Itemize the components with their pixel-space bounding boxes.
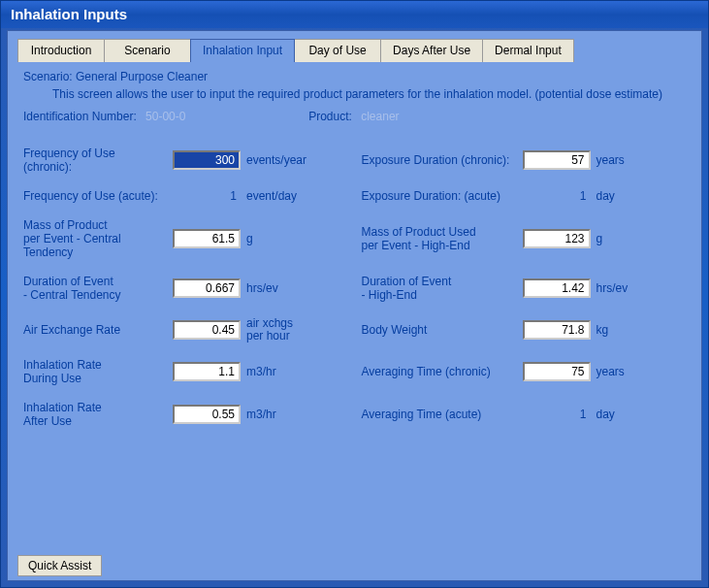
param-averaging-time-chronic: Averaging Time (chronic) years xyxy=(362,358,687,385)
input-inhalation-rate-during[interactable] xyxy=(173,362,241,381)
label-mass-high-end: Mass of Product Used per Event - High-En… xyxy=(362,225,517,252)
tab-strip: Introduction Scenario Inhalation Input D… xyxy=(17,39,692,62)
input-inhalation-rate-after[interactable] xyxy=(173,405,241,424)
input-exposure-duration-chronic[interactable] xyxy=(523,150,591,170)
title-bar: Inhalation Inputs xyxy=(1,1,708,28)
param-air-exchange-rate: Air Exchange Rate air xchgs per hour xyxy=(23,317,348,343)
unit-body-weight: kg xyxy=(596,324,655,337)
unit-frequency-chronic: events/year xyxy=(246,154,306,167)
label-air-exchange-rate: Air Exchange Rate xyxy=(23,323,167,337)
tab-day-of-use[interactable]: Day of Use xyxy=(294,39,381,62)
unit-mass-central: g xyxy=(246,233,305,245)
unit-air-exchange-rate: air xchgs per hour xyxy=(246,317,305,343)
window-root: Inhalation Inputs Introduction Scenario … xyxy=(0,0,709,588)
tab-days-after-use[interactable]: Days After Use xyxy=(380,39,483,62)
param-mass-central: Mass of Product per Event - Central Tend… xyxy=(23,218,348,259)
unit-averaging-time-acute: day xyxy=(596,408,655,421)
unit-inhalation-rate-during: m3/hr xyxy=(246,366,305,378)
input-mass-central[interactable] xyxy=(173,229,241,248)
label-averaging-time-acute: Averaging Time (acute) xyxy=(362,408,517,421)
param-exposure-duration-acute: Exposure Duration: (acute) 1 day xyxy=(362,189,687,203)
value-identification-number: 50-00-0 xyxy=(145,110,185,123)
param-exposure-duration-chronic: Exposure Duration (chronic): years xyxy=(362,147,687,174)
param-frequency-acute: Frequency of Use (acute): 1 event/day xyxy=(23,189,348,203)
unit-averaging-time-chronic: years xyxy=(596,366,655,378)
input-body-weight[interactable] xyxy=(523,320,591,340)
label-body-weight: Body Weight xyxy=(362,323,517,337)
input-averaging-time-chronic[interactable] xyxy=(523,362,591,381)
param-duration-central: Duration of Event - Central Tendency hrs… xyxy=(23,275,348,302)
label-averaging-time-chronic: Averaging Time (chronic) xyxy=(362,365,517,378)
label-duration-central: Duration of Event - Central Tendency xyxy=(23,275,167,302)
tab-dermal-input[interactable]: Dermal Input xyxy=(482,39,574,62)
identification-row: Identification Number: 50-00-0 Product: … xyxy=(23,110,686,123)
content-area: Introduction Scenario Inhalation Input D… xyxy=(7,30,702,581)
unit-exposure-duration-chronic: years xyxy=(596,154,655,167)
label-inhalation-rate-during: Inhalation Rate During Use xyxy=(23,358,167,385)
label-frequency-acute: Frequency of Use (acute): xyxy=(23,189,167,203)
unit-frequency-acute: event/day xyxy=(246,190,305,203)
value-averaging-time-acute: 1 xyxy=(523,408,591,421)
value-exposure-duration-acute: 1 xyxy=(523,189,591,203)
tab-inhalation-input[interactable]: Inhalation Input xyxy=(190,39,295,62)
value-product: cleaner xyxy=(361,110,399,123)
label-inhalation-rate-after: Inhalation Rate After Use xyxy=(23,401,167,428)
param-frequency-chronic: Frequency of Use (chronic): events/year xyxy=(23,147,348,174)
value-frequency-acute: 1 xyxy=(173,189,241,203)
input-duration-high-end[interactable] xyxy=(523,278,591,298)
quick-assist-bar: Quick Assist xyxy=(17,555,102,576)
param-duration-high-end: Duration of Event - High-End hrs/ev xyxy=(362,275,687,302)
label-frequency-chronic: Frequency of Use (chronic): xyxy=(23,147,167,174)
label-exposure-duration-chronic: Exposure Duration (chronic): xyxy=(362,153,517,167)
param-body-weight: Body Weight kg xyxy=(362,317,687,343)
quick-assist-button[interactable]: Quick Assist xyxy=(17,555,102,576)
unit-duration-high-end: hrs/ev xyxy=(596,282,655,295)
label-duration-high-end: Duration of Event - High-End xyxy=(362,275,517,302)
param-mass-high-end: Mass of Product Used per Event - High-En… xyxy=(362,218,687,259)
param-inhalation-rate-during: Inhalation Rate During Use m3/hr xyxy=(23,358,348,385)
unit-inhalation-rate-after: m3/hr xyxy=(246,408,305,421)
label-product: Product: xyxy=(308,110,352,123)
unit-duration-central: hrs/ev xyxy=(246,282,305,295)
input-air-exchange-rate[interactable] xyxy=(173,320,241,340)
param-averaging-time-acute: Averaging Time (acute) 1 day xyxy=(362,401,687,428)
param-inhalation-rate-after: Inhalation Rate After Use m3/hr xyxy=(23,401,348,428)
tab-introduction[interactable]: Introduction xyxy=(17,39,105,62)
unit-mass-high-end: g xyxy=(596,233,655,245)
tab-scenario[interactable]: Scenario xyxy=(104,39,191,62)
input-mass-high-end[interactable] xyxy=(523,229,591,248)
input-duration-central[interactable] xyxy=(173,278,241,298)
label-identification-number: Identification Number: xyxy=(23,110,137,123)
scenario-label: Scenario: General Purpose Cleaner xyxy=(23,70,686,83)
label-exposure-duration-acute: Exposure Duration: (acute) xyxy=(362,189,517,203)
help-text: This screen allows the user to input the… xyxy=(52,87,686,102)
window-title: Inhalation Inputs xyxy=(11,6,127,22)
unit-exposure-duration-acute: day xyxy=(596,190,655,203)
form-body: Scenario: General Purpose Cleaner This s… xyxy=(17,62,692,436)
label-mass-central: Mass of Product per Event - Central Tend… xyxy=(23,218,167,259)
input-frequency-chronic[interactable] xyxy=(173,150,241,170)
